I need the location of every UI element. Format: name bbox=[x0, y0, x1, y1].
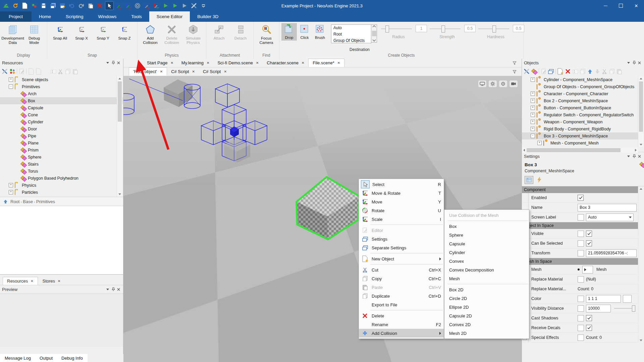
qat-undo-button[interactable] bbox=[68, 2, 76, 10]
rendering-gear-button[interactable] bbox=[499, 80, 507, 87]
add-collision-button[interactable]: Add Collision bbox=[140, 23, 161, 46]
context-menu-item-move-rotate[interactable]: Move & RotateT bbox=[359, 189, 444, 197]
tree-item-torus[interactable]: Torus bbox=[0, 168, 123, 175]
copy-button[interactable] bbox=[609, 69, 615, 74]
close-icon[interactable]: ✕ bbox=[302, 61, 304, 65]
context-menu-item-select[interactable]: SelectR bbox=[359, 180, 444, 189]
radius-slider-handle[interactable] bbox=[385, 25, 389, 33]
default-value-box[interactable] bbox=[578, 335, 584, 341]
tree-item-arch[interactable]: Arch bbox=[0, 90, 123, 97]
expander-icon[interactable]: + bbox=[531, 113, 535, 117]
collision-option-mesh-2d[interactable]: Mesh 2D bbox=[444, 329, 529, 338]
mini-slider-handle[interactable] bbox=[632, 305, 635, 312]
ribbon-tab-scene-editor[interactable]: Scene Editor bbox=[149, 11, 190, 22]
close-icon[interactable]: ✕ bbox=[224, 70, 226, 73]
new-object-button[interactable] bbox=[557, 69, 563, 74]
clone-button[interactable] bbox=[580, 69, 585, 74]
object-item-box-2[interactable]: +Box 2 - Component_MeshInSpace bbox=[522, 97, 638, 104]
default-value-box[interactable] bbox=[578, 315, 584, 321]
breadcrumb-primitives[interactable]: Primitives bbox=[36, 199, 55, 204]
collision-option-mesh[interactable]: Mesh bbox=[444, 274, 529, 283]
status-tab-message-log[interactable]: Message Log bbox=[5, 356, 31, 361]
settings-window-button[interactable] bbox=[548, 69, 554, 74]
qat-rotate-button[interactable] bbox=[133, 2, 142, 10]
checkbox[interactable] bbox=[586, 315, 592, 321]
display-mode-button[interactable] bbox=[478, 80, 486, 87]
default-value-box[interactable] bbox=[578, 296, 584, 302]
context-menu-item-export-to-file[interactable]: Export to File bbox=[359, 300, 444, 309]
expander-icon[interactable]: + bbox=[9, 183, 13, 187]
qat-play-gray-button[interactable] bbox=[180, 2, 189, 10]
object-item-weapon[interactable]: +Weapon - Component_Weapon bbox=[522, 118, 638, 125]
inner-tab-c-script[interactable]: C# Script✕ bbox=[167, 67, 199, 76]
status-tab-output[interactable]: Output bbox=[40, 356, 53, 361]
qat-neoaxis-logo-button[interactable] bbox=[2, 2, 10, 10]
expander-icon[interactable]: + bbox=[9, 77, 13, 82]
cut-button[interactable] bbox=[58, 69, 63, 74]
properties-button[interactable] bbox=[525, 176, 533, 184]
ribbon-tab-windows[interactable]: Windows bbox=[91, 11, 124, 22]
object-item-character[interactable]: +Character - Component_Character bbox=[522, 90, 638, 97]
value-input[interactable]: 21.0595928354706 -: bbox=[586, 249, 637, 257]
hardness-slider-handle[interactable] bbox=[492, 25, 496, 33]
qat-move-rotate-button[interactable] bbox=[115, 2, 123, 10]
screen-effects-button[interactable] bbox=[489, 80, 497, 87]
snap-all-button[interactable]: Snap All bbox=[49, 23, 71, 41]
expander-icon[interactable]: + bbox=[9, 190, 13, 194]
tree-item-prism[interactable]: Prism bbox=[0, 146, 123, 154]
qat-play-green-button[interactable] bbox=[162, 2, 170, 10]
document-tab-file-scene[interactable]: File.scene*✕ bbox=[308, 59, 344, 67]
drop-mode-button[interactable]: Drop bbox=[281, 23, 297, 41]
context-menu-item-separate-settings[interactable]: Separate Settings bbox=[359, 243, 444, 252]
cut-button[interactable] bbox=[602, 69, 607, 74]
camera-button[interactable] bbox=[509, 80, 518, 87]
object-item-box-3[interactable]: -Box 3 - Component_MeshInSpace bbox=[522, 132, 638, 139]
paste-button[interactable] bbox=[72, 69, 78, 74]
close-icon[interactable] bbox=[116, 287, 121, 292]
breadcrumb-base[interactable]: Base bbox=[23, 199, 33, 204]
expander-icon[interactable]: + bbox=[531, 77, 535, 82]
default-value-box[interactable] bbox=[578, 276, 584, 283]
expander-icon[interactable]: + bbox=[531, 106, 535, 110]
tree-item-box[interactable]: Box bbox=[0, 97, 123, 104]
objects-hscrollbar[interactable] bbox=[522, 147, 638, 153]
default-value-box[interactable] bbox=[578, 325, 584, 331]
close-icon[interactable]: ✕ bbox=[160, 70, 163, 73]
tab-list-funnel-icon[interactable] bbox=[511, 60, 518, 66]
context-menu-item-add-collision[interactable]: Add Collision bbox=[359, 329, 444, 338]
context-menu-item-rename[interactable]: RenameF2 bbox=[359, 320, 444, 329]
edit-button[interactable] bbox=[19, 69, 24, 74]
expander-icon[interactable]: + bbox=[537, 141, 542, 145]
expander-icon[interactable]: + bbox=[531, 120, 535, 124]
default-value-box[interactable] bbox=[578, 214, 584, 221]
qat-refresh-button[interactable] bbox=[11, 2, 19, 10]
destination-option-group-of-objects[interactable]: Group Of Objects bbox=[331, 38, 371, 43]
object-item-mesh[interactable]: +Mesh - Component_Mesh bbox=[522, 139, 638, 146]
snap-y-button[interactable]: Snap Y bbox=[92, 23, 114, 41]
focus-camera-button[interactable]: Focus Camera bbox=[256, 23, 277, 46]
objects-vscrollbar[interactable] bbox=[638, 76, 644, 147]
settings-wrench-button[interactable] bbox=[524, 69, 530, 74]
value-input[interactable]: Box 3 bbox=[578, 204, 637, 212]
checkbox[interactable] bbox=[586, 240, 592, 246]
context-menu-item-duplicate[interactable]: DuplicateCtrl+D bbox=[359, 292, 444, 300]
close-icon[interactable]: ✕ bbox=[31, 279, 33, 283]
checkbox[interactable] bbox=[578, 195, 584, 201]
rename-box-button[interactable] bbox=[50, 69, 56, 74]
navigate-up-icon[interactable] bbox=[3, 199, 8, 204]
qat-save-as-button[interactable] bbox=[58, 2, 66, 10]
destination-scrollbar[interactable] bbox=[371, 24, 377, 43]
context-menu-item-new-object[interactable]: New Object bbox=[359, 254, 444, 263]
close-icon[interactable]: ✕ bbox=[170, 61, 173, 65]
expander-icon[interactable]: + bbox=[531, 99, 535, 103]
breadcrumb-root[interactable]: Root bbox=[10, 199, 19, 204]
debug-mode-button[interactable]: Debug Mode bbox=[23, 23, 45, 46]
qat-save-all-button[interactable] bbox=[49, 2, 57, 10]
collision-option-convex-2d[interactable]: Convex 2D bbox=[444, 320, 529, 329]
qat-select-cursor-button[interactable] bbox=[105, 2, 113, 10]
import-button[interactable] bbox=[28, 69, 34, 74]
default-value-box[interactable] bbox=[578, 240, 584, 247]
settings-wrench-button[interactable] bbox=[2, 69, 8, 74]
tree-item-scene-objects[interactable]: +Scene objects bbox=[0, 76, 123, 83]
tree-item-cylinder[interactable]: Cylinder bbox=[0, 118, 123, 125]
